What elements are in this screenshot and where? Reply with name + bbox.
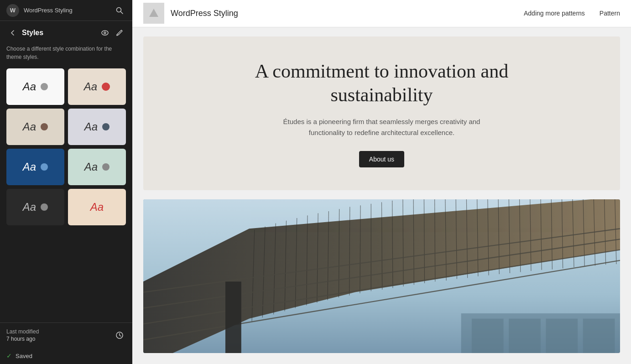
architectural-svg — [143, 199, 620, 353]
sidebar-footer: Last modified 7 hours ago — [0, 322, 132, 348]
style-card-8[interactable]: Aa — [68, 189, 126, 225]
svg-point-3 — [104, 32, 106, 34]
eye-icon — [101, 29, 109, 36]
image-section — [143, 199, 620, 353]
style-card-1-dot — [41, 83, 48, 90]
style-card-4-dot — [102, 123, 110, 130]
svg-point-2 — [102, 31, 108, 35]
architectural-image — [143, 199, 620, 353]
style-card-5-label: Aa — [23, 161, 36, 173]
site-logo — [143, 3, 164, 24]
main-topbar: WordPress Styling Adding more patterns P… — [132, 0, 631, 27]
edit-button[interactable] — [113, 26, 126, 39]
search-icon — [115, 6, 124, 15]
sidebar: W WordPress Styling Styles — [0, 0, 132, 364]
style-card-2-dot — [102, 83, 110, 91]
svg-line-1 — [121, 11, 123, 14]
svg-rect-51 — [546, 318, 578, 353]
saved-text: Saved — [16, 353, 32, 359]
last-modified-section: Last modified 7 hours ago — [6, 328, 39, 342]
sidebar-description: Choose a different style combination for… — [0, 43, 132, 68]
hero-section: A commitment to innovation and sustainab… — [143, 36, 620, 190]
style-card-6-dot — [102, 163, 110, 171]
hero-subtext: Études is a pioneering firm that seamles… — [268, 116, 496, 138]
site-name: WordPress Styling — [171, 9, 238, 18]
style-card-1[interactable]: Aa — [6, 68, 64, 105]
style-card-3[interactable]: Aa — [6, 109, 64, 145]
topbar-app-name: WordPress Styling — [24, 7, 109, 14]
last-modified-label: Last modified — [6, 328, 39, 335]
sidebar-topbar: W WordPress Styling — [0, 0, 132, 21]
wp-logo: W — [6, 4, 19, 17]
style-card-2[interactable]: Aa — [68, 68, 126, 105]
search-button[interactable] — [113, 4, 126, 17]
style-card-1-label: Aa — [23, 80, 36, 93]
saved-bar: ✓ Saved — [0, 348, 132, 364]
style-card-7[interactable]: Aa — [6, 189, 64, 225]
nav-pattern[interactable]: Pattern — [600, 10, 620, 17]
style-card-3-label: Aa — [23, 120, 36, 133]
svg-rect-47 — [225, 281, 241, 353]
svg-rect-50 — [509, 318, 541, 353]
svg-rect-52 — [583, 318, 615, 353]
style-card-6[interactable]: Aa — [68, 149, 126, 185]
main-content: WordPress Styling Adding more patterns P… — [132, 0, 631, 364]
sidebar-title: Styles — [22, 29, 96, 37]
style-card-4[interactable]: Aa — [68, 109, 126, 145]
nav-adding-patterns[interactable]: Adding more patterns — [524, 10, 585, 17]
back-icon — [9, 29, 16, 36]
history-icon — [115, 331, 124, 339]
style-card-5[interactable]: Aa — [6, 149, 64, 185]
edit-icon — [116, 29, 123, 36]
last-modified-time: 7 hours ago — [6, 336, 39, 342]
style-card-7-dot — [41, 203, 48, 211]
style-card-5-dot — [41, 163, 48, 171]
style-card-7-label: Aa — [23, 201, 36, 213]
style-card-2-label: Aa — [84, 80, 97, 93]
main-nav: Adding more patterns Pattern — [524, 10, 620, 17]
svg-rect-49 — [472, 318, 504, 353]
history-button[interactable] — [113, 329, 126, 342]
style-card-3-dot — [41, 123, 48, 130]
styles-grid: Aa Aa Aa Aa Aa Aa Aa Aa — [0, 68, 132, 225]
styles-header: Styles — [0, 21, 132, 43]
header-actions — [99, 26, 126, 39]
svg-marker-5 — [149, 9, 158, 17]
style-card-6-label: Aa — [84, 161, 98, 173]
style-card-4-label: Aa — [84, 120, 98, 133]
preview-button[interactable] — [99, 26, 111, 39]
back-button[interactable] — [6, 26, 19, 39]
about-us-button[interactable]: About us — [359, 151, 404, 167]
site-logo-area: WordPress Styling — [143, 3, 238, 24]
style-card-8-label: Aa — [90, 201, 104, 213]
hero-heading: A commitment to innovation and sustainab… — [245, 59, 519, 107]
logo-shape — [147, 7, 160, 20]
saved-check-icon: ✓ — [6, 352, 12, 359]
